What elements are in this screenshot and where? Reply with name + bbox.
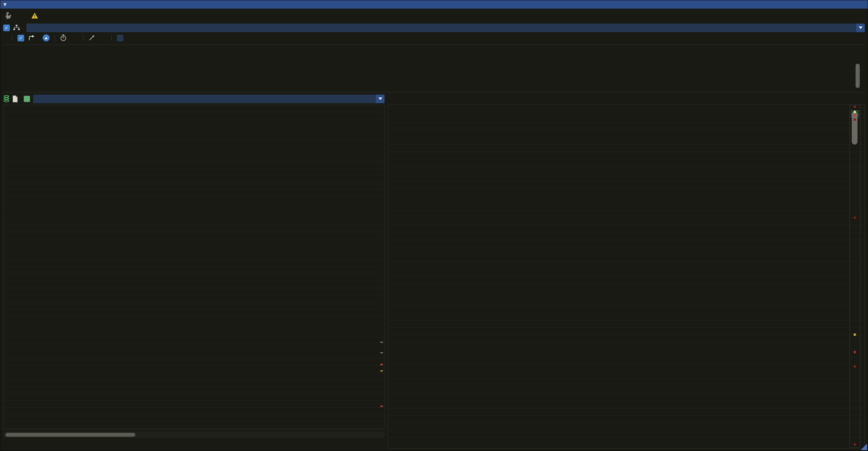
source-view-window: ▼ ✓ ✓ bbox=[0, 0, 868, 451]
source-scroll-marks bbox=[380, 105, 384, 429]
function-tree-icon bbox=[13, 25, 20, 31]
puzzle-icon bbox=[3, 11, 12, 20]
titlebar[interactable]: ▼ bbox=[0, 0, 868, 9]
assembly-table-wrap bbox=[388, 104, 865, 449]
source-hscroll-thumb[interactable] bbox=[5, 433, 135, 437]
mode-row: ✓ bbox=[3, 33, 865, 43]
source-horizontal-scrollbar[interactable] bbox=[3, 432, 384, 438]
child-calls-scrollbar[interactable] bbox=[856, 64, 860, 88]
child-calls-up-button[interactable] bbox=[43, 34, 50, 41]
file-combo-arrow[interactable] bbox=[376, 95, 384, 103]
assembly-toolbar bbox=[388, 94, 865, 103]
symbol-row bbox=[3, 9, 865, 23]
function-row: ✓ bbox=[3, 23, 865, 33]
panes bbox=[3, 94, 865, 448]
function-combo-arrow[interactable] bbox=[856, 24, 865, 32]
file-icon bbox=[12, 95, 18, 102]
file-color-chip bbox=[24, 95, 30, 102]
separator bbox=[3, 92, 865, 92]
source-code-table[interactable] bbox=[3, 105, 384, 429]
limit-range-checkbox[interactable] bbox=[117, 35, 124, 41]
samples-icon bbox=[89, 35, 95, 41]
assembly-pane bbox=[388, 94, 865, 448]
stopwatch-icon bbox=[60, 34, 66, 41]
child-calls-icon bbox=[28, 35, 35, 41]
content: ✓ ✓ bbox=[3, 9, 865, 448]
file-combo[interactable] bbox=[33, 95, 384, 103]
assembly-scrollbar[interactable] bbox=[849, 105, 860, 448]
collapse-triangle-icon[interactable]: ▼ bbox=[3, 2, 6, 7]
child-calls-checkbox[interactable]: ✓ bbox=[18, 35, 24, 41]
database-icon bbox=[3, 95, 9, 102]
file-row bbox=[3, 94, 384, 103]
function-combo[interactable] bbox=[26, 24, 865, 32]
source-pane bbox=[3, 94, 384, 448]
warning-icon bbox=[31, 12, 38, 19]
separator bbox=[3, 44, 865, 45]
child-call-distribution bbox=[3, 47, 865, 90]
function-checkbox[interactable]: ✓ bbox=[3, 25, 10, 31]
window-resize-handle[interactable] bbox=[861, 444, 867, 450]
assembly-scrollbar-track[interactable] bbox=[849, 105, 860, 448]
